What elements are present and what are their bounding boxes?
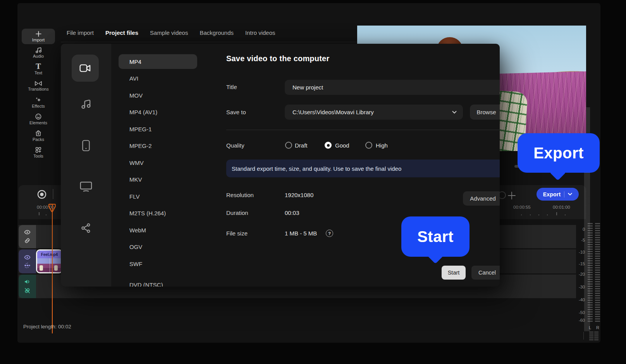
meter-tick: -20 [569,272,585,276]
sidebar-item-tools[interactable]: Tools [22,144,55,161]
audio-meter-right [595,223,600,323]
ruler-tick [39,212,40,215]
cancel-button[interactable]: Cancel [471,266,500,280]
import-button-label: Import [32,38,45,42]
unlink-icon[interactable] [24,287,31,294]
clip-name-bar: Feel.mp4 [37,251,62,258]
format-item-m2ts[interactable]: M2TS (H.264) [119,206,197,221]
text-icon: T [36,63,41,70]
category-share-icon[interactable] [61,223,111,234]
tab-intro-videos[interactable]: Intro videos [245,29,275,36]
quality-radio-good[interactable] [325,142,332,149]
ruler-tick [556,212,557,215]
effects-sparkle-icon[interactable] [24,263,31,268]
sidebar-item-effects[interactable]: Effects [22,94,55,111]
export-button-label: Export [543,191,561,197]
quality-label: Quality [226,142,244,149]
tab-sample-videos[interactable]: Sample videos [150,29,188,36]
dialog-divider [226,130,500,130]
category-video-camera-icon[interactable] [72,55,99,82]
format-item-mp4-av1[interactable]: MP4 (AV1) [119,105,197,120]
save-to-select[interactable]: C:\Users\Videos\Movavi Library [285,105,463,120]
tab-backgrounds[interactable]: Backgrounds [199,29,234,36]
sidebar-item-transitions[interactable]: Transitions [22,77,55,94]
meter-tick: -15 [569,261,585,266]
ruler-timestamp-mid: 00:00:55 [513,205,531,209]
meter-mini-block [589,331,598,341]
ruler-tick [547,215,548,215]
sidebar-nav: Audio T Text Transitions Effects Element… [22,44,55,161]
format-item-ogv[interactable]: OGV [119,240,197,254]
playhead-line[interactable] [52,204,53,333]
format-category-column [61,44,111,287]
toolbar-divider [53,189,53,199]
chevron-down-icon [452,111,457,114]
help-icon[interactable]: ? [326,230,333,237]
format-item-mov[interactable]: MOV [119,88,197,103]
record-icon[interactable] [37,189,47,199]
format-item-wmv[interactable]: WMV [119,155,197,170]
format-item-avi[interactable]: AVI [119,71,197,86]
tab-file-import[interactable]: File import [67,29,94,36]
category-music-icon[interactable] [61,98,111,110]
meter-right-label: R [596,325,599,330]
browse-button[interactable]: Browse [470,105,500,120]
quality-radio-draft[interactable] [285,142,292,149]
import-button[interactable]: Import [22,29,55,44]
link-icon[interactable] [24,237,31,244]
format-item-dvd-ntsc[interactable]: DVD (NTSC) [119,277,197,287]
title-input[interactable] [285,80,500,95]
music-note-icon [35,46,42,53]
ruler-tick [565,215,566,215]
category-monitor-icon[interactable] [61,181,111,192]
resolution-value: 1920x1080 [285,192,313,198]
format-item-mpeg1[interactable]: MPEG-1 [119,122,197,136]
category-phone-icon[interactable] [61,140,111,151]
duration-label: Duration [226,209,248,216]
transitions-icon [34,81,42,86]
quality-high-label[interactable]: High [376,142,388,149]
file-size-label: File size [226,230,248,237]
meter-tick: -10 [569,250,585,254]
packs-icon [35,130,42,137]
export-button[interactable]: Export [537,188,579,201]
quality-draft-label[interactable]: Draft [295,142,308,149]
sidebar-item-text[interactable]: T Text [22,61,55,77]
save-to-label: Save to [226,109,246,115]
advanced-button[interactable]: Advanced [463,191,500,206]
chevron-down-icon[interactable] [568,193,572,196]
resolution-label: Resolution [226,192,254,198]
eye-icon[interactable] [24,230,31,235]
clip-name: Feel.mp4 [41,252,58,257]
quality-good-label[interactable]: Good [335,142,349,149]
sidebar-item-packs[interactable]: Packs [22,127,55,144]
dialog-heading: Save video to the computer [226,54,329,63]
format-list: MP4 AVI MOV MP4 (AV1) MPEG-1 MPEG-2 WMV … [119,54,197,287]
eye-icon[interactable] [24,255,31,260]
format-item-mpeg2[interactable]: MPEG-2 [119,139,197,153]
sidebar-item-elements[interactable]: Elements [22,111,55,127]
app-root: Export 00:00:00 00:00:55 00:01:00 [0,0,626,364]
format-item-flv[interactable]: FLV [119,189,197,204]
timeline-clip[interactable]: Feel.mp4 [36,249,63,273]
file-size-value: 1 MB - 5 MB [285,230,317,237]
format-item-mp4[interactable]: MP4 [119,54,197,69]
title-label: Title [226,84,237,90]
sidebar-item-audio[interactable]: Audio [22,44,55,61]
playhead-marker[interactable] [48,204,56,213]
ruler-timestamp-end: 00:01:00 [553,205,570,209]
effects-icon [35,96,42,103]
quality-radio-high[interactable] [365,142,372,149]
speaker-icon[interactable] [24,279,31,285]
format-item-webm[interactable]: WebM [119,223,197,237]
meter-tick: -50 [569,310,585,315]
ruler-tick [521,215,522,215]
format-item-swf[interactable]: SWF [119,256,197,271]
format-item-mkv[interactable]: MKV [119,172,197,187]
start-button[interactable]: Start [442,266,466,280]
ruler-tick [530,215,531,215]
clip-thumbnail [37,258,62,272]
add-track-icon[interactable] [507,191,516,200]
meter-tick: 0 [569,227,585,232]
tab-project-files[interactable]: Project files [105,29,138,36]
